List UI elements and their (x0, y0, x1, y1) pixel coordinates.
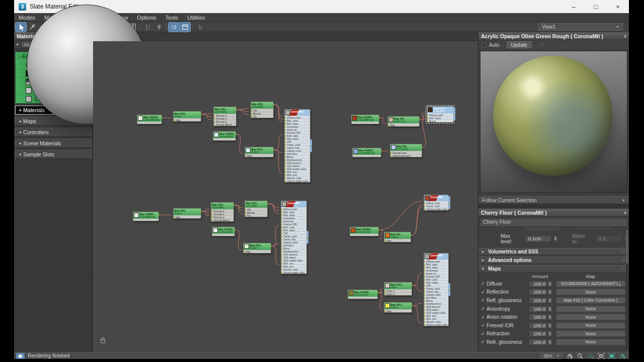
browser-group-scene-materials[interactable]: + Scene Materials (15, 139, 92, 148)
close-icon[interactable]: x (622, 34, 626, 39)
node-output-socket[interactable] (162, 117, 163, 119)
select-by-material-button[interactable] (195, 23, 205, 32)
graph-node-M1[interactable]: CoronaMtlDiffuse colorRefl. colorRefl. g… (284, 109, 310, 183)
graph-node-d2[interactable]: Map #31..OutputMap (384, 232, 411, 242)
material-map-browser-toggle-button[interactable] (169, 23, 179, 32)
node-output-socket[interactable] (158, 214, 160, 216)
graph-node-a1[interactable]: Map #31863..CoronaBitmap (137, 115, 162, 124)
maximize-button[interactable]: □ (585, 0, 607, 13)
node-output-socket[interactable] (267, 203, 269, 205)
node-slot[interactable]: Volume water color (281, 270, 306, 274)
node-output-socket[interactable] (201, 211, 202, 212)
map-amount-spinner[interactable] (547, 306, 552, 312)
graph-node-M2[interactable]: CoronaMtlDiffuse colorRefl. colorRefl. g… (281, 201, 307, 274)
map-enable-checkbox[interactable]: ✓ (481, 323, 487, 328)
map-slot-button[interactable]: None (556, 314, 625, 320)
zoom-extents-icon[interactable] (598, 352, 605, 359)
graph-node-e3[interactable]: Map #311..OutputMap (384, 302, 412, 313)
node-output-socket[interactable] (234, 229, 236, 231)
map-amount-spinner[interactable] (547, 297, 552, 304)
preview-header[interactable]: Acrylic Opaque Olive Green Rough ( Coron… (478, 32, 629, 40)
node-output-socket[interactable] (381, 150, 382, 152)
map-slot-button[interactable]: None (556, 306, 625, 312)
node-output-socket[interactable] (448, 290, 450, 291)
graph-node-e2[interactable]: Map #311..NoiseColor 1Color 2 (384, 282, 412, 296)
map-slot-button[interactable]: Map #10 ( Color Correction ) (556, 297, 625, 304)
map-slot-button[interactable]: None (556, 330, 625, 337)
node-slot[interactable]: Map (384, 239, 411, 242)
map-amount-field[interactable]: 100.0 (529, 314, 547, 320)
node-slot[interactable]: Map (245, 154, 273, 157)
map-amount-field[interactable]: 100.0 (529, 289, 547, 295)
map-enable-checkbox[interactable]: ✓ (481, 290, 487, 295)
node-slot[interactable]: Filt. (245, 214, 267, 217)
graph-node-e1[interactable]: Map #31863..CoronaColor (348, 290, 378, 299)
zoom-tool-icon[interactable] (577, 352, 584, 359)
node-output-socket[interactable] (271, 245, 272, 247)
active-view-selector[interactable]: View1 ▼ (538, 23, 623, 31)
map-enable-checkbox[interactable]: ✓ (481, 306, 487, 311)
node-slot[interactable]: Map (174, 215, 201, 218)
map-slot-button[interactable]: #2138626008 ( daf324659d71.j (556, 281, 625, 287)
graph-node-c5[interactable]: Map #311..CoronaBit..TileBitmapFilt. (245, 201, 268, 217)
node-slot[interactable]: Volume water color (285, 179, 310, 182)
menu-utilities[interactable]: Utilities (183, 15, 209, 21)
follow-selection-dropdown[interactable]: Follow Current Selection ▼ (478, 196, 629, 204)
max-level-spinner[interactable] (553, 235, 558, 242)
map-amount-field[interactable]: 100.0 (529, 281, 547, 287)
graph-node-c6[interactable]: Map #311..OutputMap (243, 243, 271, 253)
node-slot[interactable]: Map (388, 123, 419, 126)
map-slot-button[interactable]: None (556, 289, 625, 295)
node-slot[interactable]: Map (384, 309, 412, 312)
map-amount-spinner[interactable] (547, 322, 552, 329)
node-output-socket[interactable] (310, 146, 311, 147)
zoom-extents-selected-icon[interactable] (608, 352, 615, 359)
scrollbar[interactable] (626, 229, 628, 349)
node-output-socket[interactable] (201, 114, 202, 115)
rollout-volumetrics-and-sss[interactable]: ▸Volumetrics and SSS≡ (478, 248, 629, 255)
graph-node-b3[interactable]: Cherry Fl..CoronaMtlDiffuse colorRefl. g… (427, 106, 454, 123)
pick-material-from-object-button[interactable] (27, 23, 37, 32)
node-slot[interactable]: Color 2 (384, 292, 412, 295)
view-lock-icon[interactable] (99, 336, 107, 346)
node-slot[interactable]: Volume water color (424, 207, 448, 210)
graph-node-b1[interactable]: Map #31863..CoronaBitmap (351, 115, 379, 124)
browser-group-controllers[interactable]: + Controllers (15, 128, 92, 137)
select-tool-button[interactable] (16, 23, 26, 32)
node-output-socket[interactable] (419, 119, 421, 120)
graph-node-b2[interactable]: Map #10Color Cor..Map (387, 116, 420, 127)
menu-tools[interactable]: Tools (160, 15, 183, 21)
rollout-maps[interactable]: ▾Maps≡ (478, 265, 629, 273)
zoom-level-dropdown[interactable]: 35% ▼ (540, 353, 562, 359)
node-output-socket[interactable] (235, 134, 237, 135)
node-output-socket[interactable] (422, 146, 423, 148)
graph-node-M3[interactable]: CoronaMtlDiffuse colorTransl. colorVolum… (424, 195, 449, 211)
graph-node-c3[interactable]: Map #311..CoronaMix..Texmap 0Texmap 1Tex… (211, 202, 234, 222)
node-slot[interactable]: Map (174, 118, 201, 121)
map-amount-spinner[interactable] (547, 330, 552, 337)
map-amount-field[interactable]: 100.0 (529, 306, 547, 312)
menu-options[interactable]: Options (132, 15, 160, 21)
material-params-header[interactable]: Cherry Floor ( CoronaMtl ) x (478, 209, 629, 217)
update-button[interactable]: Update (507, 41, 532, 48)
water-level-field[interactable]: 0.5 (596, 235, 622, 242)
node-slot[interactable]: Texmap Blend (214, 123, 236, 126)
node-graph-view[interactable]: Map #31863..CoronaBitmapMap #311..Output… (93, 41, 478, 352)
node-slot[interactable]: Additional bump (390, 154, 422, 157)
layout-all-vertical-button[interactable] (142, 23, 153, 32)
browser-group-sample-slots[interactable]: + Sample Slots (15, 150, 92, 159)
node-slot[interactable]: Filt. (251, 115, 273, 118)
close-icon[interactable]: x (622, 210, 626, 215)
map-amount-field[interactable]: 100.0 (529, 330, 547, 337)
graph-node-d1[interactable]: Map #31863..CoronaColor (350, 227, 379, 236)
graph-node-b5[interactable]: Map #31..CoronaNo..Normal mapAdditional … (390, 144, 422, 157)
node-output-socket[interactable] (233, 205, 235, 206)
browser-item-coronamtl[interactable]: CoronaMtl (16, 60, 91, 69)
map-amount-field[interactable]: 100.0 (529, 322, 547, 329)
graph-node-a4[interactable]: Map #31863..CoronaColor (213, 131, 236, 141)
map-amount-spinner[interactable] (547, 314, 552, 320)
chevron-down-icon[interactable]: ▼ (16, 43, 19, 46)
map-slot-button[interactable]: None (556, 322, 625, 329)
minimize-button[interactable]: – (562, 0, 585, 13)
node-output-socket[interactable] (453, 114, 455, 116)
